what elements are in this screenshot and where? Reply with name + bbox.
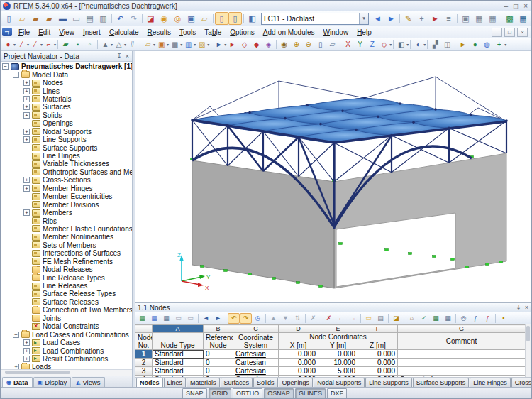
table-edit-icon[interactable]: ▭ [172, 313, 184, 324]
numbering-icon[interactable]: ▦ [169, 39, 181, 50]
select-arrow-icon[interactable]: ► [213, 39, 225, 50]
zoom-window-icon[interactable]: ◉ [278, 39, 290, 50]
background-layers-dropdown-icon[interactable]: ▾ [207, 42, 209, 47]
expand-icon[interactable]: + [23, 129, 30, 135]
cell-E2[interactable]: 10.000 [318, 359, 358, 367]
expand-icon[interactable]: + [23, 112, 30, 119]
sort-rows-icon[interactable]: ⇅ [292, 313, 304, 324]
new-load-case-icon[interactable]: ◧ [245, 12, 259, 25]
tree-item-solids[interactable]: +Solids [1, 111, 132, 119]
header-reference-node[interactable]: ReferenceNode [204, 333, 233, 350]
undo-table-icon[interactable]: ↶ [228, 313, 240, 324]
cell-B3[interactable]: 0 [204, 367, 233, 376]
tree-item-load-cases[interactable]: +Load Cases [1, 339, 132, 346]
next-load-case-icon[interactable]: ► [384, 12, 398, 25]
tree-item-connection-of-two-members[interactable]: Connection of Two Members [1, 306, 132, 314]
new-opening-icon[interactable]: ▫ [84, 39, 96, 50]
row-number-3[interactable]: 3 [135, 367, 153, 376]
menu-item-window[interactable]: Window [319, 28, 353, 37]
new-member-dropdown-icon[interactable]: ▾ [54, 42, 56, 47]
select-objects-icon[interactable]: ► [457, 39, 469, 50]
tree-item-intersections-of-surfaces[interactable]: Intersections of Surfaces [1, 249, 132, 257]
open-project-2-icon[interactable]: ▰ [43, 12, 56, 25]
new-hinge-icon[interactable]: △ [113, 39, 125, 50]
tree-item-fe-mesh-refinements[interactable]: FE Mesh Refinements [1, 258, 132, 266]
expand-icon[interactable]: + [23, 96, 30, 102]
tree-item-line-hinges[interactable]: Line Hinges [1, 152, 132, 160]
tree-item-line-releases[interactable]: Line Releases [1, 282, 132, 290]
expand-icon[interactable]: − [13, 332, 19, 338]
cell-F2[interactable]: 0.000 [358, 359, 398, 367]
chart-icon[interactable]: ◪ [390, 313, 402, 324]
close-icon[interactable]: × [126, 53, 129, 60]
table-tab-cross-sections[interactable]: Cross-Sections [511, 378, 531, 387]
insert-row-icon[interactable]: → [347, 313, 359, 324]
tree-item-result-combinations[interactable]: +Result Combinations [1, 355, 132, 363]
status-toggle-snap[interactable]: SNAP [182, 388, 207, 398]
header-coordinate-system[interactable]: CoordinateSystem [233, 333, 279, 350]
load-case-selector[interactable]: LC11 - Dachlast ▾ [261, 13, 369, 25]
cell-F1[interactable]: 0.000 [358, 350, 398, 359]
expand-icon[interactable]: + [23, 356, 30, 362]
tree-item-nodal-releases[interactable]: Nodal Releases [1, 266, 132, 273]
column-letter-G[interactable]: G [398, 325, 526, 333]
tree-item-surfaces[interactable]: +Surfaces [1, 103, 132, 111]
tree-item-member-eccentricities[interactable]: Member Eccentricities [1, 192, 132, 200]
cell-G3[interactable] [398, 367, 526, 376]
undo-icon[interactable]: ↶ [113, 12, 127, 25]
tree-item-orthotropic-surfaces-and-membra[interactable]: Orthotropic Surfaces and Membra [1, 168, 132, 176]
snap-grid-icon[interactable]: ◆ [250, 39, 262, 50]
fe-mesh-settings-icon[interactable]: ▦ [516, 12, 530, 25]
close-icon[interactable]: × [525, 304, 528, 311]
tree-item-surface-releases[interactable]: Surface Releases [1, 298, 132, 306]
render-mode-icon[interactable]: ◧ [395, 39, 407, 50]
coordinate-systems-icon[interactable]: + [415, 12, 428, 25]
cell-C2[interactable]: Cartesian [233, 359, 279, 367]
export-table-icon[interactable]: ► [212, 313, 224, 324]
tree-item-surface-supports[interactable]: Surface Supports [1, 143, 132, 151]
header-node-coordinates[interactable]: Node Coordinates [279, 333, 398, 341]
toggle-tables-icon[interactable]: ▯ [228, 12, 242, 25]
cell-G2[interactable] [398, 359, 526, 367]
isometric-view-dropdown-icon[interactable]: ▾ [389, 42, 392, 47]
menu-item-view[interactable]: View [55, 28, 79, 37]
tree-item-nodal-constraints[interactable]: Nodal Constraints [1, 322, 132, 330]
edit-objects-icon[interactable]: ▣ [155, 39, 167, 50]
formula-icon[interactable]: ƒ [470, 313, 482, 324]
cell-E1[interactable]: 0.000 [318, 350, 358, 359]
layers-icon[interactable]: ▱ [142, 39, 154, 50]
import-table-icon[interactable]: ◄ [200, 313, 212, 324]
cell-B4[interactable]: 0 [204, 376, 233, 378]
cell-C1[interactable]: Cartesian [233, 350, 279, 359]
menu-item-edit[interactable]: Edit [34, 28, 55, 37]
open-folder-icon[interactable]: ▱ [16, 12, 29, 25]
tree-item-loads[interactable]: +Loads [1, 363, 132, 369]
table-tab-solids[interactable]: Solids [253, 378, 278, 387]
print-icon[interactable]: ▤ [83, 12, 96, 25]
table-next-icon[interactable]: ▦ [160, 313, 172, 324]
table-tab-line-supports[interactable]: Line Supports [365, 378, 412, 387]
navigator-tab-views[interactable]: ◭Views [72, 377, 104, 387]
column-letter-A[interactable]: A [153, 325, 204, 333]
open-folder-2-icon[interactable]: ▱ [198, 12, 211, 25]
table-filter-icon[interactable]: ▭ [184, 313, 196, 324]
tree-item-member-elastic-foundations[interactable]: Member Elastic Foundations [1, 225, 132, 233]
mdi-restore-button[interactable]: □ [504, 28, 515, 37]
table-tab-surfaces[interactable]: Surfaces [221, 378, 253, 387]
tree-item-materials[interactable]: +Materials [1, 95, 132, 103]
redo-icon[interactable]: ↷ [127, 12, 140, 25]
cell-F4[interactable]: -2.000 [358, 376, 398, 378]
tree-item-nodal-supports[interactable]: +Nodal Supports [1, 128, 132, 136]
menu-item-tools[interactable]: Tools [175, 28, 200, 37]
view-horizontal-icon[interactable]: ▭ [362, 313, 375, 324]
new-model-icon[interactable]: ◪ [144, 12, 157, 25]
menu-item-options[interactable]: Options [226, 28, 258, 37]
zoom-in-icon[interactable]: ⊕ [290, 39, 302, 50]
expand-icon[interactable]: − [13, 72, 19, 78]
move-down-icon[interactable]: ▼ [279, 313, 292, 324]
table-tab-line-hinges[interactable]: Line Hinges [470, 378, 511, 387]
cell-B2[interactable]: 0 [204, 359, 233, 367]
excel-export-icon[interactable]: ▦ [430, 313, 442, 324]
previous-load-case-icon[interactable]: ◄ [371, 12, 384, 25]
tree-item-members[interactable]: +Members [1, 209, 132, 217]
